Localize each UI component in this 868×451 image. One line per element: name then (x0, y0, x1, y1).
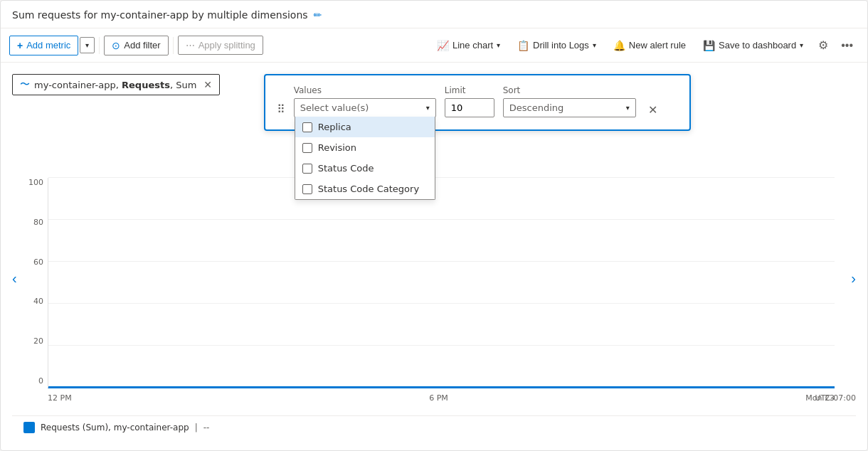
metric-tag-label: my-container-app, Requests, Sum (34, 80, 196, 90)
splitting-fields: ⠿ Values Select value(s) ▾ Replica (277, 85, 678, 118)
checkbox-status-code[interactable] (302, 164, 312, 174)
separator-1 (99, 37, 100, 54)
y-label-0: 0 (12, 376, 48, 386)
new-alert-rule-button[interactable]: 🔔 New alert rule (605, 36, 694, 55)
metric-tag: 〜 my-container-app, Requests, Sum ✕ (12, 74, 220, 95)
y-axis: 0 20 40 60 80 100 (12, 178, 48, 388)
save-to-dashboard-label: Save to dashboard (719, 40, 796, 51)
dropdown-item-status-code-label: Status Code (318, 163, 374, 174)
metric-tag-icon: 〜 (20, 78, 30, 91)
x-label-6pm: 6 PM (429, 393, 448, 403)
y-label-100: 100 (12, 178, 48, 187)
gear-icon: ⚙ (818, 38, 828, 52)
line-chart-label: Line chart (452, 40, 493, 51)
save-icon: 💾 (703, 40, 715, 51)
drag-handle-icon[interactable]: ⠿ (277, 102, 285, 116)
chart-nav-right-button[interactable]: › (851, 270, 856, 287)
drill-into-logs-button[interactable]: 📋 Drill into Logs ▾ (509, 36, 604, 55)
values-chevron-icon: ▾ (426, 104, 430, 112)
add-filter-label: Add filter (124, 40, 160, 51)
plus-icon: + (17, 40, 23, 51)
utc-label: UTC-07:00 (815, 393, 856, 403)
sort-label: Sort (503, 85, 636, 95)
add-metric-button[interactable]: + Add metric (9, 36, 78, 55)
page-title: Sum requests for my-container-app by mul… (12, 9, 308, 21)
separator-2 (173, 37, 174, 54)
alert-icon: 🔔 (613, 40, 625, 51)
add-filter-button[interactable]: ⊙ Add filter (104, 36, 168, 55)
dropdown-item-revision[interactable]: Revision (295, 137, 435, 158)
save-to-dashboard-button[interactable]: 💾 Save to dashboard ▾ (695, 36, 811, 55)
values-field-group: Values Select value(s) ▾ Replica (294, 85, 436, 117)
chevron-down-icon: ▾ (85, 41, 89, 49)
sort-select[interactable]: Descending ▾ (503, 98, 636, 117)
grid-line-100 (48, 177, 835, 178)
dropdown-item-status-code-category-label: Status Code Category (318, 184, 419, 194)
add-metric-chevron-button[interactable]: ▾ (80, 37, 95, 53)
legend-text: Requests (Sum), my-container-app (41, 423, 189, 433)
sort-select-value: Descending (509, 102, 623, 113)
drill-icon: 📋 (517, 40, 529, 51)
metric-aggregation: Sum (176, 80, 196, 90)
chart-plot (48, 178, 835, 388)
sort-chevron-icon: ▾ (626, 104, 630, 112)
splitting-close-button[interactable]: ✕ (645, 101, 662, 118)
apply-splitting-button[interactable]: ⋯ Apply splitting (178, 36, 263, 55)
grid-line-80 (48, 219, 835, 220)
legend-color-swatch (23, 422, 35, 433)
y-label-80: 80 (12, 218, 48, 227)
chart-area: ‹ 0 20 40 60 80 100 12 PM 6 PM Mon 2 (12, 178, 856, 410)
values-select[interactable]: Select value(s) ▾ Replica Revision (294, 98, 436, 117)
sort-field-group: Sort Descending ▾ (503, 85, 636, 117)
legend-dash: -- (203, 423, 210, 433)
page-header: Sum requests for my-container-app by mul… (1, 1, 867, 28)
dropdown-item-replica-label: Replica (318, 122, 351, 132)
x-axis: 12 PM 6 PM Mon 23 (48, 393, 835, 403)
zero-line (48, 386, 835, 388)
edit-icon[interactable]: ✏ (314, 9, 322, 21)
apply-splitting-label: Apply splitting (199, 40, 255, 51)
more-icon: ••• (841, 39, 853, 52)
split-icon: ⋯ (186, 40, 195, 51)
dropdown-item-revision-label: Revision (318, 142, 356, 153)
grid-line-60 (48, 261, 835, 262)
filter-icon: ⊙ (112, 40, 120, 51)
y-label-20: 20 (12, 336, 48, 346)
settings-button[interactable]: ⚙ (813, 34, 834, 56)
line-chart-button[interactable]: 📈 Line chart ▾ (429, 36, 508, 55)
dropdown-item-status-code-category[interactable]: Status Code Category (295, 179, 435, 199)
line-chart-chevron-icon: ▾ (497, 41, 500, 49)
x-label-12pm: 12 PM (48, 393, 72, 403)
values-label: Values (294, 85, 436, 95)
toolbar-right: 📈 Line chart ▾ 📋 Drill into Logs ▾ 🔔 New… (429, 34, 859, 56)
y-label-60: 60 (12, 258, 48, 267)
main-content: 〜 my-container-app, Requests, Sum ✕ ⠿ Va… (1, 63, 867, 450)
page-container: Sum requests for my-container-app by mul… (0, 0, 868, 451)
values-dropdown: Replica Revision Status Code (295, 117, 435, 200)
checkbox-revision[interactable] (302, 143, 312, 153)
chart-legend: Requests (Sum), my-container-app | -- (12, 415, 856, 439)
checkbox-replica[interactable] (302, 122, 312, 132)
new-alert-rule-label: New alert rule (629, 40, 686, 51)
add-metric-label: Add metric (26, 40, 70, 51)
y-label-40: 40 (12, 297, 48, 306)
grid-line-40 (48, 303, 835, 304)
checkbox-status-code-category[interactable] (302, 184, 312, 194)
more-options-button[interactable]: ••• (835, 35, 859, 56)
line-chart-icon: 📈 (437, 40, 449, 51)
limit-label: Limit (445, 85, 494, 95)
splitting-panel: ⠿ Values Select value(s) ▾ Replica (264, 74, 691, 131)
metric-app-name: my-container-app (34, 80, 116, 90)
grid-line-20 (48, 345, 835, 346)
save-chevron-icon: ▾ (800, 41, 803, 49)
dropdown-item-replica[interactable]: Replica (295, 117, 435, 137)
drill-chevron-icon: ▾ (593, 41, 596, 49)
metric-name: Requests (122, 80, 170, 90)
limit-input[interactable] (445, 98, 494, 117)
metric-tag-close-button[interactable]: ✕ (203, 79, 212, 90)
dropdown-item-status-code[interactable]: Status Code (295, 158, 435, 179)
drill-into-logs-label: Drill into Logs (533, 40, 589, 51)
limit-field-group: Limit (445, 85, 494, 117)
values-select-value: Select value(s) (300, 102, 423, 113)
legend-value: | (195, 423, 198, 433)
